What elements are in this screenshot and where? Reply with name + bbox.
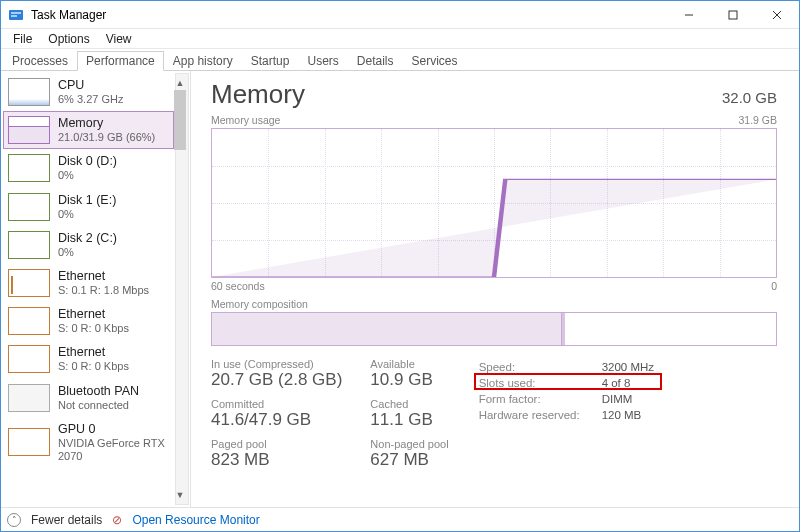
- sidebar-item-disk2-4[interactable]: Disk 2 (C:)0%: [3, 226, 174, 264]
- form-label: Form factor:: [479, 392, 600, 406]
- inuse-value: 20.7 GB (2.8 GB): [211, 370, 342, 390]
- sidebar-thumb-icon: [8, 116, 50, 144]
- sidebar-thumb-icon: [8, 78, 50, 106]
- memory-usage-chart: [211, 128, 777, 278]
- svg-rect-1: [11, 12, 21, 14]
- sidebar-item-subtitle: S: 0 R: 0 Kbps: [58, 322, 129, 335]
- menubar: File Options View: [1, 29, 799, 49]
- sidebar-item-eth-9[interactable]: GPU 0NVIDIA GeForce RTX 2070: [3, 417, 174, 468]
- sidebar: CPU6% 3.27 GHzMemory21.0/31.9 GB (66%)Di…: [1, 71, 191, 507]
- tab-performance[interactable]: Performance: [77, 51, 164, 71]
- cached-value: 11.1 GB: [370, 410, 448, 430]
- form-value: DIMM: [602, 392, 654, 406]
- sidebar-item-eth-6[interactable]: EthernetS: 0 R: 0 Kbps: [3, 302, 174, 340]
- scrollbar-thumb[interactable]: [174, 90, 186, 150]
- tab-processes[interactable]: Processes: [3, 51, 77, 71]
- fewer-details-button[interactable]: Fewer details: [31, 513, 102, 527]
- sidebar-item-eth-7[interactable]: EthernetS: 0 R: 0 Kbps: [3, 340, 174, 378]
- maximize-button[interactable]: [711, 1, 755, 29]
- available-label: Available: [370, 358, 448, 370]
- sidebar-item-subtitle: S: 0 R: 0 Kbps: [58, 360, 129, 373]
- sidebar-item-disk1-3[interactable]: Disk 1 (E:)0%: [3, 188, 174, 226]
- sidebar-item-title: Bluetooth PAN: [58, 384, 139, 399]
- usage-chart-max: 31.9 GB: [738, 114, 777, 126]
- sidebar-thumb-icon: [8, 428, 50, 456]
- sidebar-thumb-icon: [8, 154, 50, 182]
- sidebar-item-mem-1[interactable]: Memory21.0/31.9 GB (66%): [3, 111, 174, 149]
- speed-value: 3200 MHz: [602, 360, 654, 374]
- sidebar-item-title: Disk 1 (E:): [58, 193, 116, 208]
- committed-value: 41.6/47.9 GB: [211, 410, 342, 430]
- nonpaged-label: Non-paged pool: [370, 438, 448, 450]
- sidebar-item-subtitle: 0%: [58, 169, 117, 182]
- minimize-button[interactable]: [667, 1, 711, 29]
- sidebar-item-title: Memory: [58, 116, 155, 131]
- open-resource-monitor-link[interactable]: Open Resource Monitor: [132, 513, 259, 527]
- sidebar-item-title: CPU: [58, 78, 123, 93]
- tab-apphistory[interactable]: App history: [164, 51, 242, 71]
- sidebar-item-subtitle: 6% 3.27 GHz: [58, 93, 123, 106]
- svg-rect-2: [11, 15, 17, 17]
- sidebar-item-subtitle: S: 0.1 R: 1.8 Mbps: [58, 284, 149, 297]
- sidebar-item-subtitle: 21.0/31.9 GB (66%): [58, 131, 155, 144]
- cached-label: Cached: [370, 398, 448, 410]
- speed-label: Speed:: [479, 360, 600, 374]
- sidebar-thumb-icon: [8, 345, 50, 373]
- sidebar-thumb-icon: [8, 231, 50, 259]
- composition-label: Memory composition: [211, 298, 777, 310]
- hw-value: 120 MB: [602, 408, 654, 422]
- scroll-up-icon[interactable]: ▲: [174, 76, 186, 90]
- resource-monitor-icon: ⊘: [112, 513, 122, 527]
- available-value: 10.9 GB: [370, 370, 448, 390]
- committed-label: Committed: [211, 398, 342, 410]
- window-title: Task Manager: [31, 8, 667, 22]
- sidebar-item-title: GPU 0: [58, 422, 169, 437]
- sidebar-item-bt-8[interactable]: Bluetooth PANNot connected: [3, 379, 174, 417]
- stats-row: In use (Compressed) 20.7 GB (2.8 GB) Com…: [211, 358, 777, 470]
- sidebar-item-subtitle: 0%: [58, 208, 116, 221]
- nonpaged-value: 627 MB: [370, 450, 448, 470]
- annotation-highlight: [474, 373, 662, 390]
- sidebar-item-title: Disk 0 (D:): [58, 154, 117, 169]
- sidebar-item-title: Ethernet: [58, 307, 129, 322]
- sidebar-list[interactable]: CPU6% 3.27 GHzMemory21.0/31.9 GB (66%)Di…: [1, 71, 190, 507]
- sidebar-item-title: Ethernet: [58, 345, 129, 360]
- menu-view[interactable]: View: [98, 30, 140, 48]
- sidebar-item-cpu-0[interactable]: CPU6% 3.27 GHz: [3, 73, 174, 111]
- main-panel: Memory 32.0 GB Memory usage 31.9 GB 60 s…: [191, 71, 799, 507]
- scrollbar-track[interactable]: ▲ ▼: [175, 73, 189, 505]
- tab-details[interactable]: Details: [348, 51, 403, 71]
- sidebar-thumb-icon: [8, 307, 50, 335]
- close-button[interactable]: [755, 1, 799, 29]
- scroll-down-icon[interactable]: ▼: [174, 488, 186, 502]
- task-manager-window: Task Manager File Options View Processes…: [0, 0, 800, 532]
- menu-options[interactable]: Options: [40, 30, 97, 48]
- sidebar-item-eth0-5[interactable]: EthernetS: 0.1 R: 1.8 Mbps: [3, 264, 174, 302]
- usage-chart-label: Memory usage: [211, 114, 280, 126]
- composition-used: [212, 313, 562, 345]
- composition-marker: [562, 313, 565, 345]
- sidebar-item-subtitle: Not connected: [58, 399, 139, 412]
- body: CPU6% 3.27 GHzMemory21.0/31.9 GB (66%)Di…: [1, 71, 799, 507]
- x-axis-left: 60 seconds: [211, 280, 265, 292]
- sidebar-item-disk0-2[interactable]: Disk 0 (D:)0%: [3, 149, 174, 187]
- titlebar[interactable]: Task Manager: [1, 1, 799, 29]
- memory-details-table: Speed:3200 MHz Slots used:4 of 8 Form fa…: [477, 358, 656, 424]
- paged-value: 823 MB: [211, 450, 342, 470]
- chevron-up-icon[interactable]: ˄: [7, 513, 21, 527]
- tab-services[interactable]: Services: [403, 51, 467, 71]
- total-capacity: 32.0 GB: [722, 89, 777, 106]
- sidebar-item-subtitle: 0%: [58, 246, 117, 259]
- sidebar-item-title: Ethernet: [58, 269, 149, 284]
- footer: ˄ Fewer details ⊘ Open Resource Monitor: [1, 507, 799, 531]
- sidebar-thumb-icon: [8, 269, 50, 297]
- paged-label: Paged pool: [211, 438, 342, 450]
- app-icon: [7, 6, 25, 24]
- tab-startup[interactable]: Startup: [242, 51, 299, 71]
- svg-rect-4: [729, 11, 737, 19]
- menu-file[interactable]: File: [5, 30, 40, 48]
- tab-users[interactable]: Users: [298, 51, 347, 71]
- sidebar-thumb-icon: [8, 193, 50, 221]
- x-axis-right: 0: [771, 280, 777, 292]
- sidebar-item-subtitle: NVIDIA GeForce RTX 2070: [58, 437, 169, 463]
